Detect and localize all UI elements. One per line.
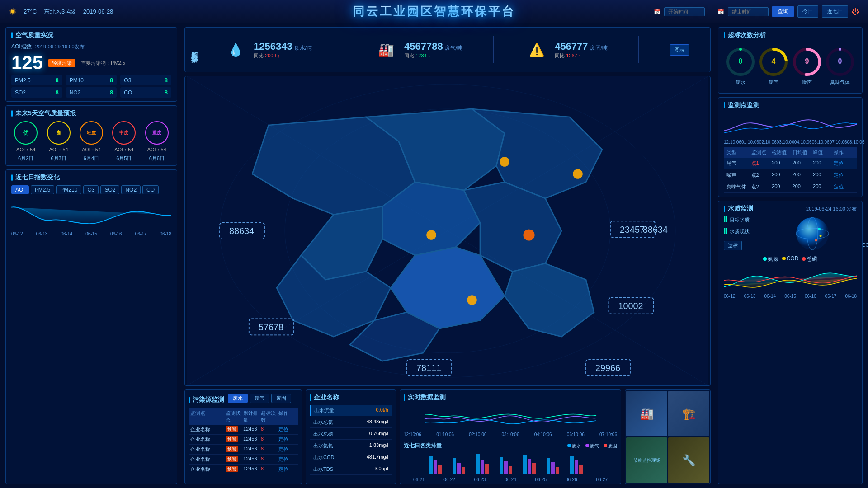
locate-btn-1[interactable]: 定位 [278, 426, 296, 433]
gauge-noise: 9 噪声 [792, 47, 822, 86]
solid-change: 同比 1267 ↑ [555, 52, 608, 59]
wind: 东北风3-4级 [44, 8, 76, 16]
status-badge: 达标 [724, 241, 742, 250]
table-row: 企业名称 预警 12456 8 定位 [189, 425, 298, 435]
ent-row-cod: 出水COD 481.7mg/l [310, 452, 392, 463]
svg-rect-23 [429, 456, 433, 474]
locate-btn-4[interactable]: 定位 [278, 456, 296, 463]
tab-pm210[interactable]: PM210 [56, 185, 81, 194]
tab-solid-waste[interactable]: 废固 [271, 394, 291, 403]
locate-odor[interactable]: 定位 [834, 183, 854, 190]
index-chart [11, 198, 171, 230]
water-date: 2019-06-24 16:00:发布 [806, 206, 857, 212]
svg-rect-26 [453, 458, 456, 474]
water-values: 234 氨氮 124 COD(mg/l) 255 总磷 [862, 216, 868, 265]
water-top: 水质监测 2019-06-24 16:00:发布 [724, 205, 857, 213]
svg-rect-43 [579, 465, 583, 474]
svg-rect-42 [575, 460, 578, 474]
monitor-stats: 💧 1256343 废水/吨 同比 2000 ↑ 🏭 [208, 36, 705, 63]
week-button[interactable]: 近七日 [822, 5, 848, 18]
divider [404, 440, 617, 440]
weekly-title: 近七日各类排量 [404, 442, 442, 450]
photo-3: 节能监控现场 [626, 437, 667, 483]
svg-rect-41 [570, 456, 574, 474]
aqi-value: 125 [11, 53, 43, 72]
metric-pm10: PM10 8 [66, 75, 117, 85]
power-icon[interactable]: ⏻ [852, 8, 859, 16]
water-title: 水质监测 [724, 205, 753, 213]
stat-divider-2 [493, 36, 494, 63]
gauge-water: 0 废水 [725, 47, 756, 86]
wv-phosphorus: 255 总磷 [862, 249, 868, 265]
ent-row-ammonia: 出水氨氮 1.83mg/l [310, 441, 392, 451]
tab-waste-gas[interactable]: 废气 [250, 394, 269, 403]
tab-aoi[interactable]: AOI [11, 185, 29, 194]
monitor-chart [724, 113, 857, 138]
ent-row-tds: 出水TDS 3.0ppt [310, 464, 392, 475]
tab-pm25[interactable]: PM2.5 [31, 185, 55, 194]
locate-btn-2[interactable]: 定位 [278, 436, 296, 443]
pollution-title: 污染源监测 [189, 396, 224, 404]
header: ☀️ 27°C 东北风3-4级 2019-06-28 同云工业园区智慧环保平台 … [0, 0, 868, 23]
bottom-row: 污染源监测 废水 废气 废固 监测点 监测状态 累计排量 超标次数 操作 企业名… [184, 389, 711, 484]
exceed-title: 超标次数分析 [724, 31, 857, 39]
pollution-tabs: 废水 废气 废固 [228, 394, 291, 403]
svg-text:4: 4 [772, 57, 776, 65]
weather-info: ☀️ 27°C 东北风3-4级 2019-06-28 [9, 8, 113, 16]
query-button[interactable]: 查询 [772, 6, 794, 17]
water-left: II 目标水质 II 水质现状 达标 [724, 216, 764, 252]
locate-btn-5[interactable]: 定位 [278, 466, 296, 473]
water-body: II 目标水质 II 水质现状 达标 [724, 216, 857, 252]
tab-no2[interactable]: NO2 [121, 185, 141, 194]
forecast-day-1: 优 AOI：54 6月2日 [14, 121, 38, 162]
svg-text:23457: 23457 [620, 225, 645, 235]
aqi-label: AOI指数 [11, 43, 32, 51]
svg-rect-37 [532, 463, 536, 474]
svg-text:0: 0 [738, 57, 742, 65]
gauge-row: 0 废水 4 废气 [724, 43, 857, 89]
forecast-row: 优 AOI：54 6月2日 良 AOI：54 6月3日 轻度 AOI：54 6月… [11, 121, 171, 162]
monitor-data-bar: 监测数据 💧 1256343 废水/吨 同比 2000 ↑ [184, 27, 711, 72]
tab-o3[interactable]: O3 [83, 185, 99, 194]
pollution-table-header: 监测点 监测状态 累计排量 超标次数 操作 [189, 408, 298, 425]
svg-point-56 [796, 217, 829, 250]
start-time-input[interactable] [664, 7, 705, 16]
water-quality-card: 水质监测 2019-06-24 16:00:发布 II 目标水质 II 水质现状… [718, 201, 863, 484]
gas-value: 4567788 [404, 41, 443, 52]
forecast-day-3: 轻度 AOI：54 6月4日 [80, 121, 103, 162]
chart-button[interactable]: 图表 [670, 44, 689, 56]
monitor-data-label: 监测数据 [190, 46, 203, 53]
svg-rect-27 [457, 463, 461, 474]
water-dates: 06-12 06-13 06-14 06-15 06-16 06-17 06-1… [724, 294, 857, 299]
svg-text:0: 0 [838, 57, 842, 65]
metric-o3: O3 8 [120, 75, 171, 85]
tab-co[interactable]: CO [142, 185, 159, 194]
forecast-circle-3: 轻度 [80, 121, 103, 145]
tab-wastewater[interactable]: 废水 [228, 394, 248, 403]
water-value: 1256343 [254, 41, 292, 52]
locate-exhaust[interactable]: 定位 [834, 160, 854, 167]
svg-rect-40 [556, 467, 559, 474]
gauge-odor: 0 臭味气体 [825, 47, 855, 86]
status-badges: 达标 [724, 241, 764, 250]
realtime-chart [404, 405, 617, 430]
svg-rect-28 [462, 467, 465, 474]
locate-btn-3[interactable]: 定位 [278, 446, 296, 453]
realtime-panel: 实时数据监测 12:10:06 01:10:06 02:10:06 03:10:… [400, 389, 621, 484]
dash-divider: — [708, 9, 714, 15]
metrics-grid: PM2.5 8 PM10 8 O3 8 SO2 8 NO2 8 [11, 75, 171, 98]
svg-rect-34 [509, 466, 512, 474]
map-container: 88634 88634 23457 57678 10002 [184, 76, 711, 386]
wv-ammonia: 234 氨氮 [862, 216, 868, 231]
svg-rect-25 [438, 465, 442, 474]
metric-pm25: PM2.5 8 [11, 75, 62, 85]
locate-noise[interactable]: 定位 [834, 172, 854, 178]
end-time-input[interactable] [728, 7, 769, 16]
enterprise-title: 企业名称 [310, 394, 392, 402]
tab-so2[interactable]: SO2 [100, 185, 119, 194]
today-button[interactable]: 今日 [797, 5, 818, 18]
ent-row-nitrogen: 出水总氮 48.48mg/l [310, 417, 392, 428]
index-title: 近七日指数变化 [11, 174, 171, 182]
weekly-dates: 06-21 06-22 06-23 06-24 06-25 06-26 06-2… [404, 477, 617, 482]
metric-co: CO 8 [120, 87, 171, 98]
